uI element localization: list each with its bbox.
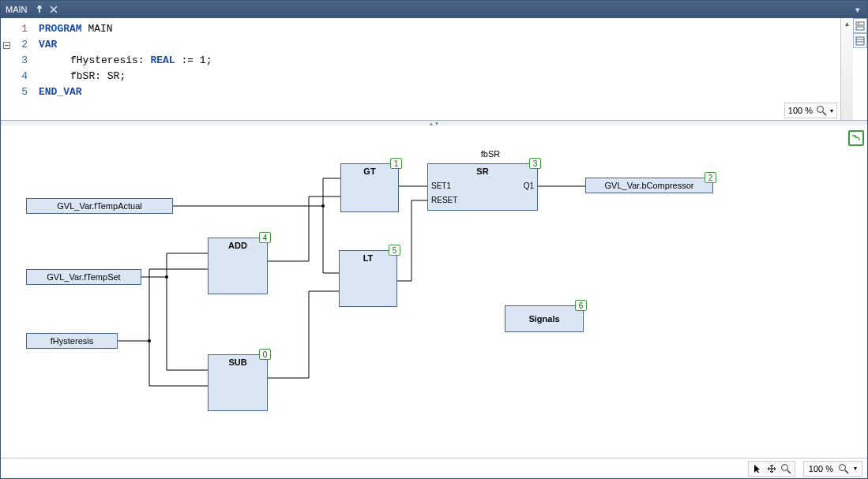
view-toggle-2-icon[interactable]	[853, 33, 867, 48]
zoom-tool-icon[interactable]	[780, 462, 792, 475]
chevron-down-icon[interactable]: ▾	[851, 5, 864, 15]
exec-order-gt: 1	[390, 158, 402, 169]
svg-point-10	[148, 339, 151, 342]
exec-order-signals: 6	[575, 300, 587, 311]
editor-zoom[interactable]: 100 % ▾	[784, 103, 837, 118]
svg-line-14	[845, 470, 848, 473]
port-q1: Q1	[524, 181, 534, 190]
diagram-canvas[interactable]: GVL_Var.fTempActual GVL_Var.fTempSet fHy…	[1, 125, 867, 458]
zoom-dropdown-icon[interactable]: ▾	[830, 107, 833, 114]
code-editor[interactable]: 1 2 3 4 5 PROGRAM MAIN VAR fHysteresis: …	[1, 18, 867, 121]
pointer-tool-icon[interactable]	[751, 462, 764, 475]
tab-title: MAIN	[6, 5, 28, 14]
svg-line-12	[787, 470, 791, 473]
svg-line-7	[823, 112, 826, 115]
svg-rect-0	[856, 22, 864, 25]
svg-rect-1	[856, 27, 864, 30]
var-temp-actual[interactable]: GVL_Var.fTempActual	[26, 198, 173, 214]
block-sub[interactable]: SUB	[208, 354, 268, 411]
block-lt[interactable]: LT	[339, 250, 397, 307]
var-temp-set[interactable]: GVL_Var.fTempSet	[26, 269, 141, 285]
port-set1: SET1	[431, 181, 451, 190]
svg-point-9	[165, 275, 168, 279]
block-signals[interactable]: Signals	[505, 305, 584, 332]
fold-toggle-icon[interactable]	[3, 42, 10, 49]
pan-tool-icon[interactable]	[765, 462, 778, 475]
zoom-readout: 100 %	[788, 106, 813, 115]
block-sr[interactable]: SR SET1 RESET Q1	[427, 163, 538, 211]
magnifier-icon[interactable]	[816, 105, 827, 116]
editor-scrollbar[interactable]: ▲	[840, 18, 853, 120]
code-area[interactable]: PROGRAM MAIN VAR fHysteresis: REAL := 1;…	[31, 18, 212, 120]
canvas-zoom[interactable]: 100 % ▾	[803, 461, 862, 477]
var-hysteresis[interactable]: fHysteresis	[26, 333, 118, 349]
svg-point-13	[840, 464, 846, 470]
canvas-zoom-value: 100 %	[809, 464, 833, 473]
exec-order-add: 4	[259, 232, 271, 243]
svg-rect-2	[858, 23, 859, 24]
instance-label-sr: fbSR	[467, 149, 514, 159]
magnifier-icon[interactable]	[838, 463, 849, 474]
title-bar: MAIN ▾	[1, 1, 867, 18]
exec-order-sub: 0	[259, 349, 271, 360]
svg-point-11	[781, 464, 787, 470]
exec-order-sr: 3	[529, 158, 541, 169]
port-reset: RESET	[431, 196, 457, 204]
status-bar: 100 % ▾	[1, 458, 867, 478]
scroll-up-icon[interactable]: ▲	[841, 18, 853, 30]
zoom-dropdown-icon[interactable]: ▾	[854, 465, 857, 472]
exec-order-compressor: 2	[705, 172, 716, 183]
exec-order-lt: 5	[389, 245, 400, 256]
line-number-gutter: 1 2 3 4 5	[12, 18, 31, 120]
svg-rect-3	[856, 37, 864, 45]
fold-gutter[interactable]	[1, 18, 12, 120]
cursor-tool-group	[748, 461, 795, 477]
view-toggle-1-icon[interactable]	[853, 18, 867, 33]
close-icon[interactable]	[47, 2, 61, 17]
block-add[interactable]: ADD	[208, 238, 268, 294]
svg-point-6	[817, 107, 824, 113]
var-compressor[interactable]: GVL_Var.bCompressor	[585, 178, 713, 193]
pin-icon[interactable]	[32, 2, 47, 17]
svg-point-8	[321, 204, 325, 208]
block-gt[interactable]: GT	[340, 163, 399, 212]
